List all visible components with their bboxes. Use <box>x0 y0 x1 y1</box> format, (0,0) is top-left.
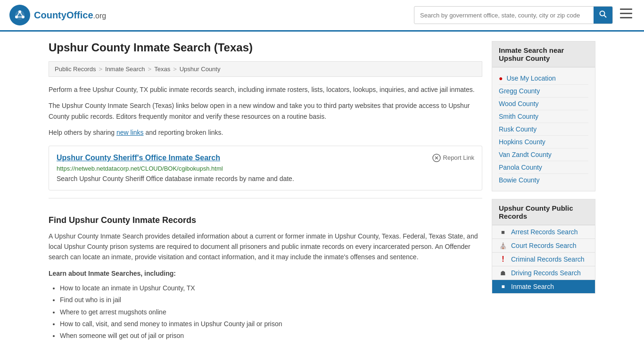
desc3-suffix: and reporting broken links. <box>144 129 223 136</box>
county-hopkins-link[interactable]: Hopkins County <box>499 138 545 146</box>
svg-point-8 <box>600 11 605 16</box>
bullet-1: How to locate an inmate in Upshur County… <box>60 282 482 294</box>
criminal-records-link[interactable]: Criminal Records Search <box>511 255 585 263</box>
report-link-label: Report Link <box>443 154 474 161</box>
report-link-button[interactable]: Report Link <box>432 154 474 162</box>
svg-line-9 <box>604 16 607 18</box>
search-bar <box>414 6 613 24</box>
logo-name: CountyOffice <box>34 10 93 20</box>
nearby-header: Inmate Search near Upshur County <box>492 41 595 67</box>
sidebar: Inmate Search near Upshur County ● Use M… <box>492 41 595 347</box>
svg-rect-12 <box>620 17 632 18</box>
inmate-icon: ■ <box>499 283 507 290</box>
header-right <box>414 6 635 24</box>
search-button[interactable] <box>594 7 612 24</box>
county-rusk[interactable]: Rusk County <box>499 123 588 136</box>
public-records-section: Upshur County Public Records ■ Arrest Re… <box>492 199 595 294</box>
use-location-item[interactable]: ● Use My Location <box>499 72 588 85</box>
county-gregg[interactable]: Gregg County <box>499 85 588 98</box>
svg-rect-11 <box>620 13 632 14</box>
county-smith[interactable]: Smith County <box>499 110 588 123</box>
search-input[interactable] <box>414 8 594 23</box>
link-card-header: Upshur County Sheriff's Office Inmate Se… <box>57 154 474 162</box>
county-vanzandt-link[interactable]: Van Zandt County <box>499 151 552 158</box>
breadcrumb: Public Records > Inmate Search > Texas >… <box>49 61 482 77</box>
main-container: Upshur County Inmate Search (Texas) Publ… <box>39 32 605 357</box>
bullet-2: Find out who is in jail <box>60 294 482 306</box>
breadcrumb-current: Upshur County <box>180 66 221 73</box>
section-divider: Find Upshur County Inmate Records A Upsh… <box>49 198 482 342</box>
county-hopkins[interactable]: Hopkins County <box>499 136 588 148</box>
record-driving[interactable]: ☗ Driving Records Search <box>492 266 595 280</box>
breadcrumb-inmate-search[interactable]: Inmate Search <box>105 66 145 73</box>
logo-area: CountyOffice.org <box>9 5 106 25</box>
public-records-header: Upshur County Public Records <box>492 199 595 225</box>
county-smith-link[interactable]: Smith County <box>499 113 538 120</box>
county-wood-link[interactable]: Wood County <box>499 100 539 107</box>
record-criminal[interactable]: ! Criminal Records Search <box>492 253 595 266</box>
record-inmate[interactable]: ■ Inmate Search <box>492 280 595 293</box>
description-3: Help others by sharing new links and rep… <box>49 127 482 138</box>
breadcrumb-sep-1: > <box>99 66 102 73</box>
arrest-records-link[interactable]: Arrest Records Search <box>511 228 578 236</box>
court-icon: ⛪ <box>499 242 507 249</box>
new-links-link[interactable]: new links <box>116 129 144 136</box>
bullet-4: How to call, visit, and send money to in… <box>60 318 482 330</box>
use-location-link[interactable]: Use My Location <box>506 74 555 82</box>
site-header: CountyOffice.org <box>0 0 644 32</box>
bullet-list: How to locate an inmate in Upshur County… <box>49 282 482 342</box>
svg-rect-10 <box>620 8 632 10</box>
link-card: Upshur County Sheriff's Office Inmate Se… <box>49 146 482 190</box>
bullet-5: When someone will get out of jail or pri… <box>60 330 482 342</box>
page-title: Upshur County Inmate Search (Texas) <box>49 41 482 54</box>
body-text: A Upshur County Inmate Search provides d… <box>49 231 482 263</box>
desc3-prefix: Help others by sharing <box>49 129 116 136</box>
logo-suffix: .org <box>93 12 107 20</box>
bullet-3: Where to get arrest mugshots online <box>60 306 482 318</box>
description-2: The Upshur County Inmate Search (Texas) … <box>49 100 482 122</box>
court-records-link[interactable]: Court Records Search <box>511 242 577 249</box>
breadcrumb-public-records[interactable]: Public Records <box>55 66 96 73</box>
nearby-content: ● Use My Location Gregg County Wood Coun… <box>492 67 595 191</box>
county-bowie-link[interactable]: Bowie County <box>499 176 539 184</box>
arrest-icon: ■ <box>499 229 507 235</box>
breadcrumb-sep-2: > <box>148 66 152 73</box>
inmate-search-link[interactable]: Inmate Search <box>511 283 554 290</box>
breadcrumb-texas[interactable]: Texas <box>154 66 170 73</box>
location-icon: ● <box>499 74 503 82</box>
link-card-url[interactable]: https://netweb.netdatacorp.net/CLOUD/BOK… <box>57 165 474 172</box>
county-panola[interactable]: Panola County <box>499 161 588 174</box>
logo-text: CountyOffice.org <box>34 10 106 21</box>
logo-icon <box>9 5 30 25</box>
driving-records-link[interactable]: Driving Records Search <box>511 269 581 277</box>
county-panola-link[interactable]: Panola County <box>499 164 542 171</box>
section-title: Find Upshur County Inmate Records <box>49 215 482 225</box>
record-court[interactable]: ⛪ Court Records Search <box>492 239 595 253</box>
county-bowie[interactable]: Bowie County <box>499 174 588 186</box>
nearby-section: Inmate Search near Upshur County ● Use M… <box>492 41 595 191</box>
record-arrest[interactable]: ■ Arrest Records Search <box>492 225 595 239</box>
criminal-icon: ! <box>499 256 507 263</box>
content-area: Upshur County Inmate Search (Texas) Publ… <box>49 41 482 347</box>
county-vanzandt[interactable]: Van Zandt County <box>499 148 588 161</box>
link-card-title[interactable]: Upshur County Sheriff's Office Inmate Se… <box>57 154 220 162</box>
description-1: Perform a free Upshur County, TX public … <box>49 84 482 95</box>
county-rusk-link[interactable]: Rusk County <box>499 125 537 133</box>
county-gregg-link[interactable]: Gregg County <box>499 87 540 95</box>
county-wood[interactable]: Wood County <box>499 98 588 110</box>
breadcrumb-sep-3: > <box>173 66 177 73</box>
learn-label: Learn about Inmate Searches, including: <box>49 268 482 279</box>
link-card-description: Search Upshur County Sheriff Office data… <box>57 175 474 182</box>
menu-button[interactable] <box>618 6 635 24</box>
driving-icon: ☗ <box>499 270 507 276</box>
